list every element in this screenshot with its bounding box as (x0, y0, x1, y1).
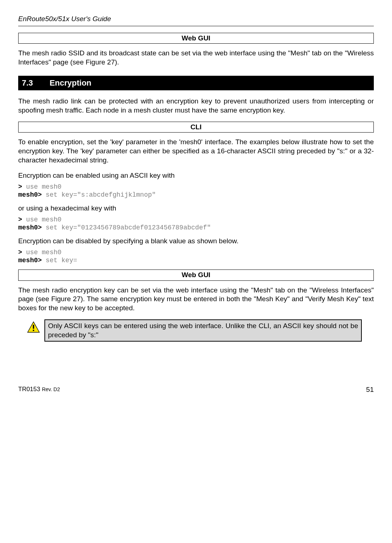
cli-prompt: > (18, 216, 22, 223)
warning-icon (27, 321, 40, 334)
section-title: Encryption (50, 78, 91, 87)
cli-command: set key="0123456789abcdef0123456789abcde… (42, 224, 211, 231)
cli-prompt: > (18, 183, 22, 190)
cli-prompt: mesh0> (18, 191, 42, 198)
cli-prompt: mesh0> (18, 224, 42, 231)
cli-block-3: > use mesh0 mesh0> set key= (18, 249, 374, 264)
paragraph-5: or using a hexadecimal key with (18, 204, 374, 213)
paragraph-7: The mesh radio encryption key can be set… (18, 286, 374, 313)
cli-block-2: > use mesh0 mesh0> set key="0123456789ab… (18, 216, 374, 232)
paragraph-1: The mesh radio SSID and its broadcast st… (18, 49, 374, 67)
paragraph-3: To enable encryption, set the 'key' para… (18, 138, 374, 165)
paragraph-4: Encryption can be enabled using an ASCII… (18, 171, 374, 180)
note-text: Only ASCII keys can be entered using the… (44, 319, 362, 342)
cli-prompt: > (18, 249, 22, 256)
footer-doc-id: TR0153 Rev. D2 (18, 385, 60, 394)
section-number: 7.3 (22, 78, 47, 88)
paragraph-2: The mesh radio link can be protected wit… (18, 97, 374, 115)
web-gui-box-2: Web GUI (18, 269, 374, 281)
cli-command: use mesh0 (22, 216, 62, 223)
cli-command: set key= (42, 257, 77, 264)
cli-block-1: > use mesh0 mesh0> set key="s:abcdefghij… (18, 183, 374, 199)
cli-command: use mesh0 (22, 249, 62, 256)
footer-doc: TR0153 (18, 386, 42, 393)
document-header-title: EnRoute50x/51x User's Guide (18, 15, 374, 24)
svg-rect-2 (33, 330, 34, 331)
cli-box: CLI (18, 122, 374, 133)
cli-command: set key="s:abcdefghijklmnop" (42, 191, 156, 198)
cli-prompt: mesh0> (18, 257, 42, 264)
web-gui-box-1: Web GUI (18, 33, 374, 44)
note-box: Only ASCII keys can be entered using the… (27, 319, 362, 342)
footer-page-number: 51 (366, 385, 374, 394)
footer-rev: Rev. D2 (42, 386, 60, 392)
cli-command: use mesh0 (22, 183, 62, 190)
page-footer: TR0153 Rev. D2 51 (18, 385, 374, 394)
svg-rect-1 (33, 325, 34, 329)
paragraph-6: Encryption can be disabled by specifying… (18, 237, 374, 246)
header-divider (18, 26, 374, 26)
section-header-encryption: 7.3 Encryption (18, 76, 374, 91)
